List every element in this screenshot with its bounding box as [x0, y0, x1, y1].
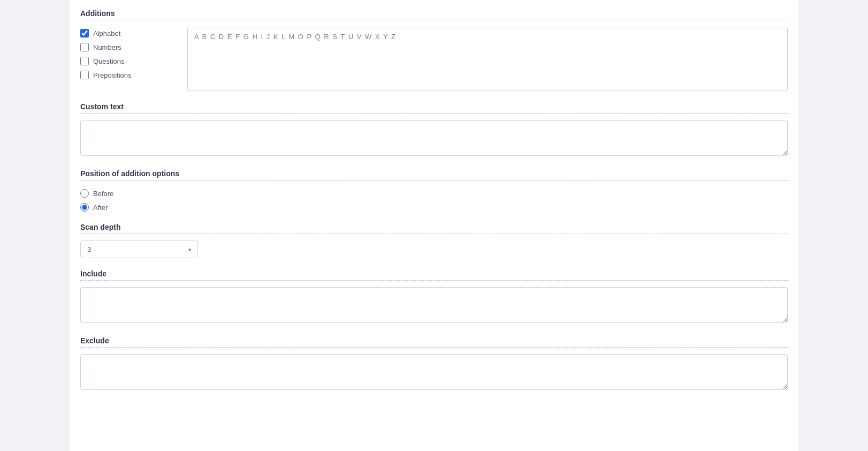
- position-section: Position of addition options Before Afte…: [80, 169, 788, 212]
- scan-depth-section: Scan depth 1 2 3 4 5 ▾: [80, 222, 788, 258]
- radio-after-label: After: [93, 204, 108, 212]
- radio-after[interactable]: After: [80, 203, 788, 212]
- checkbox-questions[interactable]: Questions: [80, 57, 177, 65]
- additions-row: Alphabet Numbers Questions Prepositions …: [80, 27, 788, 91]
- exclude-input[interactable]: [80, 354, 788, 390]
- custom-text-input[interactable]: [80, 120, 788, 156]
- position-label: Position of addition options: [80, 169, 179, 178]
- checkbox-numbers-input[interactable]: [80, 43, 89, 51]
- include-input[interactable]: [80, 287, 788, 323]
- additions-section: Additions Alphabet Numbers Questions: [80, 9, 788, 91]
- right-sidebar: [798, 0, 868, 451]
- checkboxes-col: Alphabet Numbers Questions Prepositions: [80, 27, 177, 79]
- left-sidebar: [0, 0, 70, 451]
- include-section: Include: [80, 269, 788, 325]
- include-label: Include: [80, 269, 106, 278]
- radio-group: Before After: [80, 187, 788, 212]
- checkbox-prepositions[interactable]: Prepositions: [80, 71, 177, 79]
- scan-depth-divider: [80, 234, 788, 234]
- radio-before[interactable]: Before: [80, 189, 788, 198]
- position-divider: [80, 180, 788, 181]
- exclude-label: Exclude: [80, 336, 109, 345]
- checkbox-numbers-label: Numbers: [93, 43, 121, 51]
- main-content: Additions Alphabet Numbers Questions: [70, 0, 798, 451]
- checkbox-questions-input[interactable]: [80, 57, 89, 65]
- radio-after-input[interactable]: [80, 203, 89, 212]
- custom-text-label: Custom text: [80, 102, 124, 111]
- scan-depth-select-wrapper: 1 2 3 4 5 ▾: [80, 240, 198, 258]
- exclude-divider: [80, 347, 788, 348]
- include-divider: [80, 280, 788, 281]
- radio-before-label: Before: [93, 190, 113, 198]
- additions-label: Additions: [80, 9, 115, 18]
- alphabet-text: A B C D E F G H I J K L M O P Q R S T U …: [194, 33, 396, 41]
- checkbox-prepositions-label: Prepositions: [93, 71, 132, 79]
- checkbox-alphabet[interactable]: Alphabet: [80, 29, 177, 37]
- scan-depth-label: Scan depth: [80, 223, 120, 231]
- radio-before-input[interactable]: [80, 189, 89, 198]
- alphabet-preview-box: A B C D E F G H I J K L M O P Q R S T U …: [187, 27, 788, 91]
- checkbox-alphabet-label: Alphabet: [93, 29, 120, 37]
- checkbox-prepositions-input[interactable]: [80, 71, 89, 79]
- exclude-section: Exclude: [80, 336, 788, 392]
- checkbox-alphabet-input[interactable]: [80, 29, 89, 37]
- checkbox-numbers[interactable]: Numbers: [80, 43, 177, 51]
- custom-text-divider: [80, 113, 788, 114]
- checkbox-questions-label: Questions: [93, 57, 125, 65]
- scan-depth-select[interactable]: 1 2 3 4 5: [80, 240, 198, 258]
- additions-divider: [80, 20, 788, 20]
- custom-text-section: Custom text: [80, 102, 788, 158]
